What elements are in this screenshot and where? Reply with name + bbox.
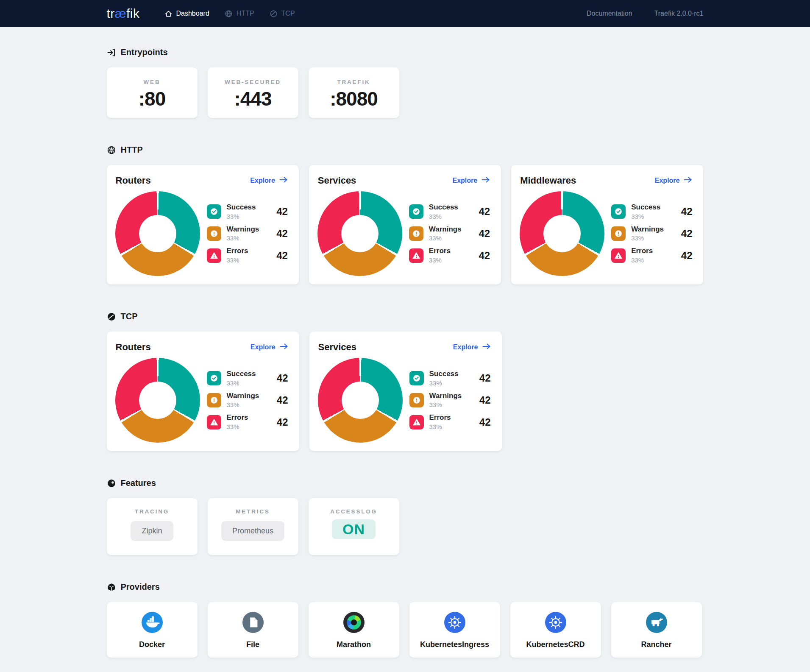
nav-item-http[interactable]: HTTP bbox=[225, 10, 254, 18]
legend-row-errors: Errors33% 42 bbox=[207, 414, 288, 430]
provider-card-docker: Docker bbox=[107, 602, 198, 658]
success-icon bbox=[207, 204, 221, 219]
error-icon bbox=[409, 248, 423, 263]
legend-value: 42 bbox=[276, 206, 288, 217]
section-title: Entrypoints bbox=[121, 47, 168, 57]
success-icon bbox=[409, 204, 423, 219]
card-title: Middlewares bbox=[520, 175, 576, 186]
nav-label: TCP bbox=[281, 10, 295, 17]
legend-name: Errors bbox=[631, 247, 653, 255]
legend-value: 42 bbox=[276, 250, 288, 262]
cube-icon bbox=[107, 583, 116, 592]
explore-label: Explore bbox=[453, 343, 478, 351]
entrypoints-icon bbox=[107, 48, 116, 57]
legend-percent: 33% bbox=[631, 257, 653, 264]
explore-link[interactable]: Explore bbox=[250, 176, 288, 185]
section-entrypoints: Entrypoints WEB :80 WEB-SECURED :443 TRA… bbox=[107, 47, 704, 118]
error-icon bbox=[409, 415, 424, 429]
donut-chart bbox=[317, 191, 402, 276]
legend-name: Errors bbox=[429, 414, 451, 422]
legend-percent: 33% bbox=[429, 401, 462, 408]
legend-name: Errors bbox=[227, 414, 248, 422]
legend-value: 42 bbox=[479, 372, 491, 384]
warning-icon bbox=[409, 226, 423, 241]
legend-percent: 33% bbox=[227, 234, 259, 242]
provider-name: File bbox=[246, 640, 259, 649]
entrypoint-port: :80 bbox=[107, 87, 198, 110]
legend-percent: 33% bbox=[227, 401, 259, 408]
feature-label: TRACING bbox=[135, 508, 169, 515]
feature-label: METRICS bbox=[236, 508, 270, 515]
arrow-right-icon bbox=[279, 176, 288, 185]
legend-name: Warnings bbox=[227, 392, 259, 400]
explore-link[interactable]: Explore bbox=[655, 176, 693, 185]
explore-label: Explore bbox=[251, 343, 276, 351]
legend-row-errors: Errors33% 42 bbox=[409, 414, 491, 430]
legend-name: Success bbox=[631, 204, 660, 212]
nav-label: Dashboard bbox=[176, 10, 209, 17]
provider-card-marathon: Marathon bbox=[309, 602, 399, 658]
legend-name: Warnings bbox=[429, 392, 462, 400]
provider-name: KubernetesIngress bbox=[420, 640, 489, 649]
logo-accent: æ bbox=[115, 6, 126, 20]
explore-link[interactable]: Explore bbox=[251, 343, 288, 351]
explore-label: Explore bbox=[655, 177, 680, 184]
success-icon bbox=[611, 204, 626, 219]
legend-percent: 33% bbox=[429, 423, 451, 430]
rancher-icon bbox=[646, 612, 667, 633]
feature-on-badge: ON bbox=[332, 519, 376, 539]
feature-value-chip: Prometheus bbox=[221, 521, 284, 541]
entrypoint-label: TRAEFIK bbox=[309, 79, 399, 85]
nav-item-dashboard[interactable]: Dashboard bbox=[164, 10, 209, 18]
section-providers: Providers Docker File Marathon Kubernete… bbox=[107, 582, 704, 658]
feature-label: ACCESSLOG bbox=[330, 508, 377, 515]
chart-legend: Success33% 42 Warnings33% 42 Errors33% 4… bbox=[611, 204, 692, 264]
legend-row-success: Success33% 42 bbox=[409, 370, 491, 387]
tcp-services-card: Services Explore Success33% 42 Warnings bbox=[309, 332, 502, 451]
ball-icon bbox=[270, 10, 278, 18]
section-title: Features bbox=[121, 478, 156, 488]
app-logo[interactable]: træfik bbox=[107, 6, 140, 21]
legend-percent: 33% bbox=[631, 213, 660, 220]
legend-name: Warnings bbox=[227, 226, 259, 234]
card-title: Services bbox=[318, 342, 357, 353]
http-services-card: Services Explore Success33% 42 Warnings bbox=[309, 165, 501, 284]
chart-legend: Success33% 42 Warnings33% 42 Errors33% 4… bbox=[207, 204, 288, 264]
legend-name: Errors bbox=[429, 247, 451, 255]
legend-value: 42 bbox=[479, 416, 491, 428]
arrow-right-icon bbox=[482, 343, 491, 351]
feature-card-accesslog: ACCESSLOG ON bbox=[309, 498, 399, 555]
documentation-link[interactable]: Documentation bbox=[587, 10, 632, 17]
warning-icon bbox=[207, 226, 221, 241]
section-tcp: TCP Routers Explore Success33% 42 bbox=[107, 312, 704, 451]
explore-link[interactable]: Explore bbox=[452, 176, 490, 185]
legend-percent: 33% bbox=[429, 213, 458, 220]
section-http: HTTP Routers Explore Success33% 42 bbox=[107, 145, 704, 284]
provider-name: Marathon bbox=[337, 640, 371, 649]
donut-chart bbox=[520, 191, 604, 276]
explore-link[interactable]: Explore bbox=[453, 343, 491, 351]
legend-value: 42 bbox=[276, 228, 288, 240]
chart-legend: Success33% 42 Warnings33% 42 Errors33% 4… bbox=[409, 204, 490, 264]
logo-text: fik bbox=[126, 6, 140, 20]
legend-name: Warnings bbox=[429, 226, 462, 234]
section-title: TCP bbox=[121, 312, 138, 321]
entrypoint-port: :8080 bbox=[309, 87, 399, 110]
http-middlewares-card: Middlewares Explore Success33% 42 Warni bbox=[511, 165, 703, 284]
globe-icon bbox=[225, 10, 233, 18]
provider-card-file: File bbox=[208, 602, 298, 658]
section-features: Features TRACING Zipkin METRICS Promethe… bbox=[107, 478, 704, 555]
legend-percent: 33% bbox=[227, 423, 248, 430]
card-title: Services bbox=[318, 175, 356, 186]
tcp-routers-card: Routers Explore Success33% 42 Warnings3 bbox=[107, 332, 299, 451]
card-title: Routers bbox=[116, 175, 151, 186]
nav-item-tcp[interactable]: TCP bbox=[270, 10, 295, 18]
provider-card-kubernetes-ingress: KubernetesIngress bbox=[409, 602, 500, 658]
legend-percent: 33% bbox=[227, 257, 248, 264]
error-icon bbox=[611, 248, 626, 263]
legend-name: Warnings bbox=[631, 226, 664, 234]
legend-value: 42 bbox=[277, 394, 288, 406]
donut-chart bbox=[115, 358, 200, 443]
legend-row-warnings: Warnings33% 42 bbox=[409, 392, 491, 409]
entrypoint-card-web: WEB :80 bbox=[107, 67, 198, 118]
